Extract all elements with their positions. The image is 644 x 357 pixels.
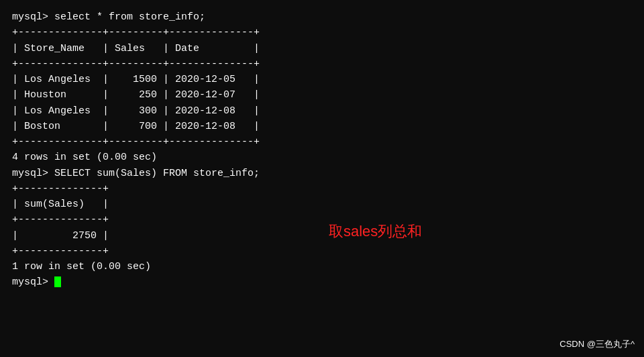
annotation-label: 取sales列总和 [329, 221, 422, 242]
terminal-window: mysql> select * from store_info;+-------… [0, 0, 644, 357]
terminal-line: 1 row in set (0.00 sec) [12, 259, 632, 274]
terminal-line: mysql> select * from store_info; [12, 9, 632, 25]
terminal-line: | sum(Sales) | [12, 197, 632, 212]
terminal-output: mysql> select * from store_info;+-------… [12, 9, 632, 291]
terminal-line: | Boston | 700 | 2020-12-08 | [12, 119, 632, 134]
terminal-line: | 2750 | [12, 228, 632, 244]
prompt-text: mysql> [12, 276, 54, 288]
terminal-cursor [54, 276, 61, 287]
terminal-line: | Los Angeles | 300 | 2020-12-08 | [12, 103, 632, 119]
terminal-line: +--------------+ [12, 244, 632, 259]
terminal-line: mysql> SELECT sum(Sales) FROM store_info… [12, 166, 632, 181]
terminal-line: +--------------+---------+--------------… [12, 134, 632, 150]
terminal-line: 4 rows in set (0.00 sec) [12, 150, 632, 165]
terminal-line: +--------------+---------+--------------… [12, 25, 632, 40]
terminal-line: | Houston | 250 | 2020-12-07 | [12, 87, 632, 103]
terminal-line: mysql> [12, 274, 632, 290]
watermark: CSDN @三色丸子^ [559, 338, 635, 350]
terminal-line: | Los Angeles | 1500 | 2020-12-05 | [12, 72, 632, 87]
terminal-line: +--------------+---------+--------------… [12, 56, 632, 72]
terminal-line: +--------------+ [12, 181, 632, 197]
terminal-line: | Store_Name | Sales | Date | [12, 41, 632, 56]
terminal-line: +--------------+ [12, 212, 632, 227]
